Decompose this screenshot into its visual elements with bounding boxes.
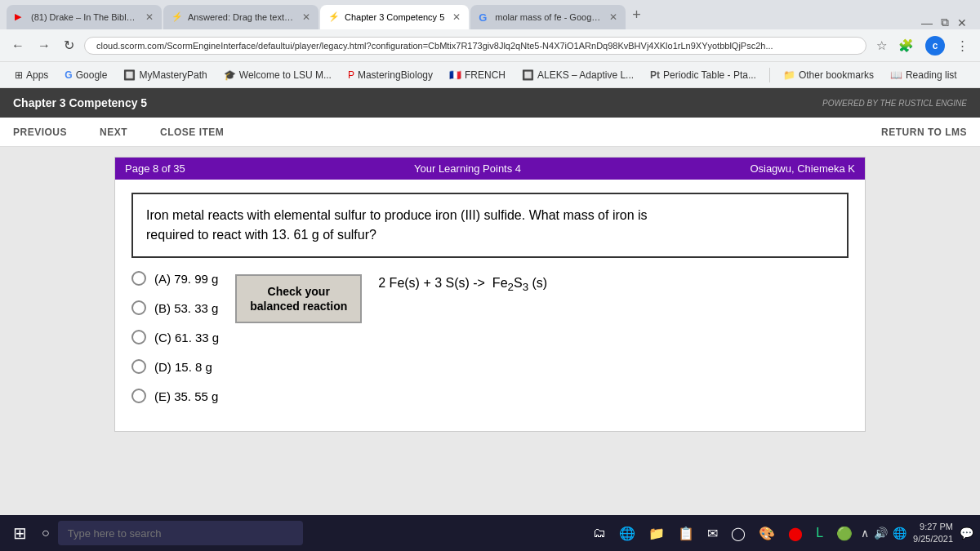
close-button[interactable]: ✕ bbox=[957, 16, 967, 29]
reaction-sub2: 3 bbox=[523, 281, 528, 293]
taskbar-time: 9:27 PM 9/25/2021 bbox=[913, 521, 953, 546]
close-item-button[interactable]: CLOSE ITEM bbox=[160, 127, 224, 138]
answer-C[interactable]: (C) 61. 33 g bbox=[131, 330, 219, 344]
reaction-sub1: 2 bbox=[508, 281, 514, 293]
question-text: Iron metal reacts with elemental sulfur … bbox=[131, 193, 849, 258]
question-body: Iron metal reacts with elemental sulfur … bbox=[115, 180, 865, 431]
forward-button[interactable]: → bbox=[34, 35, 54, 56]
next-button[interactable]: NEXT bbox=[100, 127, 127, 138]
bookmark-mymastery[interactable]: 🔲 MyMasteryPath bbox=[117, 68, 213, 82]
answer-A[interactable]: (A) 79. 99 g bbox=[131, 271, 219, 286]
progress-bar: Page 8 of 35 Your Learning Points 4 Osia… bbox=[115, 158, 865, 180]
bookmark-lsu[interactable]: 🎓 Welcome to LSU M... bbox=[217, 68, 338, 82]
main-content: Chapter 3 Competency 5 POWERED BY THE RU… bbox=[0, 88, 980, 515]
check-balanced-reaction-button[interactable]: Check yourbalanced reaction bbox=[235, 274, 362, 323]
taskbar: ⊞ ○ 🗂 🌐 📁 📋 ✉ ◯ 🎨 ⬤ L 🟢 ∧ 🔊 🌐 9:27 PM 9/… bbox=[0, 515, 980, 551]
taskbar-icons: 🗂 🌐 📁 📋 ✉ ◯ 🎨 ⬤ L 🟢 bbox=[588, 522, 858, 544]
answer-B[interactable]: (B) 53. 33 g bbox=[131, 300, 219, 315]
progress-page: Page 8 of 35 bbox=[125, 162, 185, 175]
bookmark-reading[interactable]: 📖 Reading list bbox=[884, 68, 964, 82]
scorm-title: Chapter 3 Competency 5 bbox=[13, 96, 822, 109]
taskbar-mail-icon[interactable]: 📋 bbox=[673, 522, 699, 544]
scorm-powered: POWERED BY THE RUSTICL ENGINE bbox=[822, 99, 967, 108]
taskbar-chrome-icon[interactable]: 🟢 bbox=[831, 522, 858, 544]
answer-E-radio[interactable] bbox=[131, 389, 146, 403]
bookmark-lsu-label: Welcome to LSU M... bbox=[239, 69, 332, 81]
taskbar-folder-icon[interactable]: 📁 bbox=[644, 522, 670, 544]
return-to-lms-button[interactable]: RETURN TO LMS bbox=[881, 127, 967, 138]
progress-student: Osiagwu, Chiemeka K bbox=[750, 162, 855, 175]
google-icon: G bbox=[65, 69, 72, 81]
start-button[interactable]: ⊞ bbox=[7, 520, 33, 546]
reaction-equation: 2 Fe(s) + 3 S(s) -> Fe2S3 (s) bbox=[378, 271, 547, 293]
question-card: Page 8 of 35 Your Learning Points 4 Osia… bbox=[114, 157, 866, 432]
answer-A-radio[interactable] bbox=[131, 271, 146, 286]
bookmark-aleks[interactable]: 🔲 ALEKS – Adaptive L... bbox=[515, 68, 640, 82]
answers-list: (A) 79. 99 g (B) 53. 33 g (C) 61. 33 g bbox=[131, 271, 219, 418]
taskbar-icon-1[interactable]: 🗂 bbox=[588, 522, 611, 544]
taskbar-circle-icon[interactable]: ◯ bbox=[726, 522, 751, 544]
bookmark-french[interactable]: 🇫🇷 FRENCH bbox=[443, 68, 512, 82]
answer-D-radio[interactable] bbox=[131, 359, 146, 374]
tray-notifications[interactable]: 💬 bbox=[960, 527, 973, 540]
aleks-icon: 🔲 bbox=[522, 69, 534, 81]
question-line1: Iron metal reacts with elemental sulfur … bbox=[146, 208, 648, 222]
scorm-header: Chapter 3 Competency 5 POWERED BY THE RU… bbox=[0, 88, 980, 118]
back-button[interactable]: ← bbox=[8, 35, 28, 56]
bookmark-other[interactable]: 📁 Other bookmarks bbox=[777, 68, 880, 82]
tray-sound[interactable]: 🔊 bbox=[874, 527, 888, 540]
tab-3-close[interactable]: ✕ bbox=[452, 11, 461, 23]
taskbar-app2[interactable]: ⬤ bbox=[783, 522, 808, 544]
tab-1[interactable]: ▶ (81) Drake – In The Bible (Official ✕ bbox=[7, 5, 162, 29]
tab-3[interactable]: ⚡ Chapter 3 Competency 5 ✕ bbox=[320, 5, 469, 29]
tab-2-favicon: ⚡ bbox=[172, 11, 183, 23]
new-tab-button[interactable]: + bbox=[627, 7, 646, 24]
answer-B-radio[interactable] bbox=[131, 300, 146, 315]
bookmark-french-label: FRENCH bbox=[465, 69, 506, 81]
taskbar-edge-icon[interactable]: 🌐 bbox=[614, 522, 640, 544]
address-input[interactable] bbox=[84, 37, 866, 55]
answer-E[interactable]: (E) 35. 55 g bbox=[131, 389, 219, 403]
minimize-button[interactable]: — bbox=[921, 16, 933, 29]
search-taskbar-icon[interactable]: ○ bbox=[37, 522, 55, 544]
date-display: 9/25/2021 bbox=[913, 533, 953, 545]
tray-network[interactable]: 🌐 bbox=[893, 527, 906, 540]
reload-button[interactable]: ↻ bbox=[60, 34, 78, 56]
taskbar-app1[interactable]: 🎨 bbox=[754, 522, 780, 544]
taskbar-search-input[interactable] bbox=[58, 521, 303, 545]
taskbar-app3[interactable]: L bbox=[811, 522, 828, 544]
tab-1-close[interactable]: ✕ bbox=[145, 11, 154, 23]
tray-up-arrow[interactable]: ∧ bbox=[861, 527, 869, 540]
answer-C-radio[interactable] bbox=[131, 330, 146, 344]
bookmark-google[interactable]: G Google bbox=[58, 68, 114, 82]
bookmark-mymastery-label: MyMasteryPath bbox=[139, 69, 207, 81]
reading-list-icon: 📖 bbox=[890, 69, 902, 81]
tab-2-close[interactable]: ✕ bbox=[302, 11, 310, 23]
tab-bar: ▶ (81) Drake – In The Bible (Official ✕ … bbox=[0, 0, 980, 29]
menu-button[interactable]: ⋮ bbox=[953, 35, 972, 56]
bookmark-other-label: Other bookmarks bbox=[799, 69, 874, 81]
bookmark-star-button[interactable]: ☆ bbox=[873, 35, 890, 56]
answer-D[interactable]: (D) 15. 8 g bbox=[131, 359, 219, 374]
bookmark-apps[interactable]: ⊞ Apps bbox=[8, 68, 55, 82]
previous-button[interactable]: PREVIOUS bbox=[13, 127, 67, 138]
tab-3-favicon: ⚡ bbox=[328, 11, 340, 23]
tab-4[interactable]: G molar mass of fe - Google Searc ✕ bbox=[470, 5, 626, 29]
tab-1-label: (81) Drake – In The Bible (Official bbox=[31, 12, 137, 22]
address-bar: ← → ↻ ☆ 🧩 c ⋮ bbox=[0, 29, 980, 62]
extensions-button[interactable]: 🧩 bbox=[895, 35, 917, 56]
restore-button[interactable]: ⧉ bbox=[941, 16, 949, 29]
tab-4-close[interactable]: ✕ bbox=[609, 11, 617, 23]
profile-icon: c bbox=[925, 36, 945, 56]
taskbar-system-tray: ∧ 🔊 🌐 9:27 PM 9/25/2021 💬 bbox=[861, 521, 973, 546]
bookmark-aleks-label: ALEKS – Adaptive L... bbox=[537, 69, 634, 81]
bookmark-mastering[interactable]: P MasteringBiology bbox=[341, 68, 439, 82]
profile-button[interactable]: c bbox=[922, 33, 948, 59]
bookmark-apps-label: Apps bbox=[26, 69, 48, 81]
answer-A-label: (A) 79. 99 g bbox=[154, 272, 218, 286]
bookmark-periodic[interactable]: Pt Periodic Table - Pta... bbox=[644, 68, 763, 82]
taskbar-arrow-icon[interactable]: ✉ bbox=[702, 522, 723, 544]
bookmark-google-label: Google bbox=[76, 69, 108, 81]
tab-2[interactable]: ⚡ Answered: Drag the text element ✕ bbox=[163, 5, 318, 29]
time-display: 9:27 PM bbox=[913, 521, 953, 533]
